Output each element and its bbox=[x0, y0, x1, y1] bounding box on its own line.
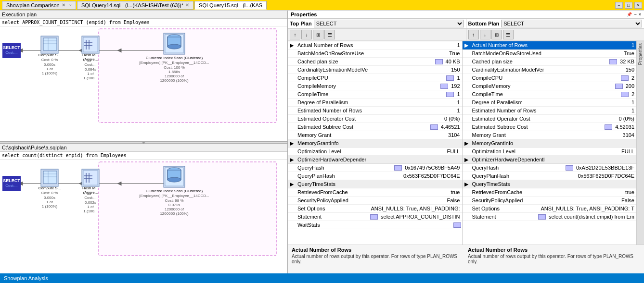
sort-asc-button-2[interactable]: ↑ bbox=[468, 30, 479, 39]
sort-asc-button[interactable]: ↑ bbox=[290, 30, 300, 39]
prop-row-queryhash-left[interactable]: QueryHash 0x1674975C69BF5A49 bbox=[288, 164, 462, 172]
prop-row-retrieved-left[interactable]: RetrievedFromCache true bbox=[288, 188, 462, 197]
prop-row-batchmode-right[interactable]: BatchModeOnRowStoreUsed True bbox=[463, 49, 637, 58]
prop-row-compilemem-left[interactable]: CompileMemory 192 bbox=[288, 82, 462, 90]
maximize-button[interactable]: □ bbox=[625, 2, 632, 9]
prop-row-queryhash-right[interactable]: QueryHash 0xAB2D20E53BBDE13F bbox=[463, 164, 637, 172]
prop-row-memgrant-left[interactable]: Memory Grant 3104 bbox=[288, 131, 462, 139]
prop-row-cached-right[interactable]: Cached plan size 32 KB bbox=[463, 58, 637, 66]
prop-row-optlevel-left[interactable]: Optimization Level FULL bbox=[288, 148, 462, 156]
left-properties-list: ▶ Actual Number of Rows 1 BatchModeOnRow… bbox=[288, 41, 463, 245]
prop-expand-querytimestats[interactable]: ▶ bbox=[288, 181, 296, 187]
svg-rect-9 bbox=[43, 38, 57, 50]
prop-name-setopts: Set Options bbox=[296, 205, 369, 212]
top-plan-select[interactable]: SELECT bbox=[314, 20, 464, 27]
prop-row-estsubtree-left[interactable]: Estimated Subtree Cost 4.46521 bbox=[288, 123, 462, 131]
prop-row-estopercost-left[interactable]: Estimated Operator Cost 0 (0%) bbox=[288, 115, 462, 123]
categorize-button[interactable]: ⊞ bbox=[313, 30, 323, 39]
tab-sqlquery14[interactable]: SQLQuery14.sql - (l...(KASHISH\Test (63)… bbox=[77, 1, 193, 10]
properties-minimize-button[interactable]: − bbox=[634, 12, 636, 17]
prop-name-retrieved-right: RetrievedFromCache bbox=[470, 189, 624, 196]
desc-left-col: Actual Number of Rows Actual number of r… bbox=[292, 247, 464, 264]
prop-name-queryplanhash-right: QueryPlanHash bbox=[470, 172, 576, 179]
sort-desc-button[interactable]: ↓ bbox=[301, 30, 312, 39]
prop-row-cardinality-left[interactable]: CardinalityEstimationModelVe 150 bbox=[288, 66, 462, 74]
svg-text:1.(100...: 1.(100... bbox=[83, 76, 97, 80]
properties-sidebar: Properties bbox=[636, 41, 644, 245]
prop-name-security-right: SecurityPolicyApplied bbox=[470, 197, 620, 204]
prop-expand-memgrantinfo[interactable]: ▶ bbox=[288, 140, 296, 147]
prop-row-compiletime-left[interactable]: CompileTime 1 bbox=[288, 90, 462, 98]
categorize-button-2[interactable]: ⊞ bbox=[491, 30, 502, 39]
svg-text:0.000s: 0.000s bbox=[44, 62, 55, 67]
prop-value-actual-rows: 1 bbox=[455, 42, 462, 49]
tab-close-showplan[interactable]: ✕ bbox=[62, 2, 65, 8]
list-button[interactable]: ☰ bbox=[324, 30, 335, 39]
prop-row-cached-left[interactable]: Cached plan size 40 KB bbox=[288, 58, 462, 66]
prop-row-setopts-left[interactable]: Set Options ANSI_NULLS: True, ANSI_PADDI… bbox=[288, 205, 462, 213]
prop-row-statement-right[interactable]: Statement select count(distinct empid) f… bbox=[463, 213, 637, 221]
tab-showplan[interactable]: Showplan Comparison ✕ × bbox=[2, 1, 76, 10]
list-button-2[interactable]: ☰ bbox=[503, 30, 514, 39]
prop-row-waitstats-left[interactable]: WaitStats bbox=[288, 221, 462, 229]
svg-text:Cost:...: Cost:... bbox=[84, 196, 96, 200]
minimize-button[interactable]: − bbox=[615, 2, 623, 9]
properties-controls: 📌 − × bbox=[627, 12, 641, 17]
prop-row-security-right[interactable]: SecurityPolicyApplied False bbox=[463, 197, 637, 205]
prop-icon-statement-right bbox=[538, 214, 546, 220]
sidebar-label: Properties bbox=[638, 43, 643, 65]
prop-name-estopercost: Estimated Operator Cost bbox=[296, 115, 442, 122]
svg-text:0.084s: 0.084s bbox=[85, 67, 96, 72]
prop-row-memgrantinfo-left[interactable]: ▶ MemoryGrantInfo bbox=[288, 139, 462, 148]
tab-sqlquery15[interactable]: SQLQuery15.sql - (l...(KAS bbox=[194, 1, 267, 10]
prop-name-opthard: OptimizerHardwareDepender bbox=[296, 156, 462, 163]
prop-expand-opthard[interactable]: ▶ bbox=[288, 157, 296, 163]
prop-row-opthard-right[interactable]: ▶ OptimizerHardwareDependentl bbox=[463, 156, 637, 164]
properties-close-button[interactable]: × bbox=[639, 12, 641, 17]
prop-row-dop-left[interactable]: Degree of Parallelism 1 bbox=[288, 98, 462, 107]
prop-row-estsubtree-right[interactable]: Estimated Subtree Cost 4.52031 bbox=[463, 123, 637, 131]
properties-pin-button[interactable]: 📌 bbox=[627, 12, 632, 17]
sort-desc-button-2[interactable]: ↓ bbox=[480, 30, 490, 39]
prop-row-queryplanhash-right[interactable]: QueryPlanHash 0x563F625D0F7DC64E bbox=[463, 172, 637, 180]
prop-row-batchmode-left[interactable]: BatchModeOnRowStoreUse True bbox=[288, 49, 462, 58]
prop-name-estnumrows-right: Estimated Number of Rows bbox=[470, 107, 630, 114]
prop-row-compilemem-right[interactable]: CompileMemory 200 bbox=[463, 82, 637, 90]
tab-close-sql14[interactable]: ✕ bbox=[185, 2, 189, 8]
prop-row-actual-rows-right[interactable]: ▶ Actual Number of Rows 1 bbox=[463, 41, 637, 49]
prop-row-compiletime-right[interactable]: CompileTime 2 bbox=[463, 90, 637, 98]
prop-row-estnumrows-right[interactable]: Estimated Number of Rows 1 bbox=[463, 107, 637, 115]
prop-row-optlevel-right[interactable]: Optimization Level FULL bbox=[463, 148, 637, 156]
bottom-plan-select[interactable]: SELECT bbox=[501, 20, 642, 27]
prop-row-memgrantinfo-right[interactable]: ▶ MemoryGrantInfo bbox=[463, 139, 637, 148]
svg-text:1200000 (100%): 1200000 (100%) bbox=[160, 211, 188, 216]
prop-expand-memgrantinfo-right[interactable]: ▶ bbox=[463, 140, 470, 147]
prop-row-compilecpu-left[interactable]: CompileCPU 1 bbox=[288, 74, 462, 82]
prop-row-statement-left[interactable]: Statement select APPROX_COUNT_DISTIN bbox=[288, 213, 462, 221]
prop-value-dop: 1 bbox=[455, 99, 462, 106]
prop-value-security-right: False bbox=[619, 197, 636, 204]
prop-row-setopts-right[interactable]: Set Options ANSI_NULLS: True, ANSI_PADDI… bbox=[463, 205, 637, 213]
prop-row-memgrant-right[interactable]: Memory Grant 3104 bbox=[463, 131, 637, 139]
prop-name-cardinality-right: CardinalityEstimationModelVer bbox=[470, 66, 624, 73]
prop-value-compilemem: 192 bbox=[449, 83, 462, 89]
prop-row-dop-right[interactable]: Degree of Parallelism 1 bbox=[463, 98, 637, 107]
prop-row-estopercost-right[interactable]: Estimated Operator Cost 0 (0%) bbox=[463, 115, 637, 123]
prop-row-querytimestats-left[interactable]: ▶ QueryTimeStats bbox=[288, 180, 462, 188]
prop-row-cardinality-right[interactable]: CardinalityEstimationModelVer 150 bbox=[463, 66, 637, 74]
prop-row-opthard-left[interactable]: ▶ OptimizerHardwareDepender bbox=[288, 156, 462, 164]
prop-row-querytimestats-right[interactable]: ▶ QueryTimeStats bbox=[463, 180, 637, 188]
prop-icon-compiletime bbox=[446, 92, 454, 97]
prop-expand-opthard-right[interactable]: ▶ bbox=[463, 157, 470, 163]
prop-row-queryplanhash-left[interactable]: QueryPlanHash 0x563F625D0F7DC64E bbox=[288, 172, 462, 180]
prop-row-security-left[interactable]: SecurityPolicyApplied False bbox=[288, 197, 462, 205]
svg-text:1 of: 1 of bbox=[46, 67, 53, 71]
prop-row-actual-rows-left[interactable]: ▶ Actual Number of Rows 1 bbox=[288, 41, 462, 49]
prop-row-compilecpu-right[interactable]: CompileCPU 2 bbox=[463, 74, 637, 82]
close-button[interactable]: × bbox=[634, 2, 642, 9]
prop-expand-querytimestats-right[interactable]: ▶ bbox=[463, 181, 470, 187]
prop-row-retrieved-right[interactable]: RetrievedFromCache true bbox=[463, 188, 637, 197]
prop-value-estsubtree: 4.46521 bbox=[439, 123, 462, 130]
svg-text:1.558s: 1.558s bbox=[168, 70, 180, 74]
prop-row-estnumrows-left[interactable]: Estimated Number of Rows 1 bbox=[288, 107, 462, 115]
